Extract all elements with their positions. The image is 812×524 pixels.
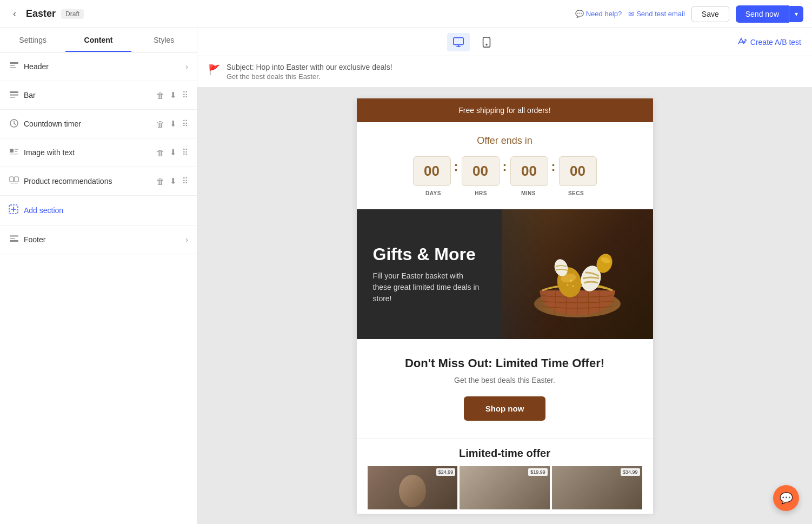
sidebar-item-footer[interactable]: Footer › bbox=[0, 225, 197, 254]
chat-bubble[interactable]: 💬 bbox=[773, 485, 799, 511]
svg-rect-3 bbox=[10, 91, 18, 93]
subject-line: Subject: Hop into Easter with our exclus… bbox=[227, 63, 392, 71]
sidebar-item-label-header: Header bbox=[24, 62, 181, 71]
email-container: Free shipping for all orders! Offer ends… bbox=[357, 98, 653, 513]
svg-rect-11 bbox=[10, 177, 14, 182]
tab-content[interactable]: Content bbox=[65, 28, 131, 52]
svg-rect-2 bbox=[10, 67, 16, 68]
product-rec-delete-icon[interactable]: 🗑 bbox=[156, 177, 164, 186]
countdown-download-icon[interactable]: ⬇ bbox=[170, 119, 177, 129]
cta-title: Don't Miss Out: Limited Time Offer! bbox=[368, 356, 642, 370]
hero-title: Gifts & More bbox=[373, 244, 481, 264]
add-section-icon bbox=[9, 204, 18, 216]
device-switcher bbox=[447, 33, 498, 51]
countdown-colon-1: : bbox=[454, 159, 458, 174]
image-text-delete-icon[interactable]: 🗑 bbox=[156, 148, 164, 157]
mobile-device-button[interactable] bbox=[475, 33, 498, 51]
hero-text-block: Gifts & More Fill your Easter basket wit… bbox=[357, 228, 497, 320]
image-text-icon bbox=[9, 146, 24, 159]
svg-point-19 bbox=[486, 44, 487, 45]
preview-toolbar: Create A/B test bbox=[197, 28, 812, 56]
bar-actions: 🗑 ⬇ ⠿ bbox=[156, 90, 188, 100]
test-email-link[interactable]: ✉ Send test email bbox=[628, 10, 685, 18]
svg-rect-8 bbox=[15, 149, 18, 150]
countdown-label-mins: MINS bbox=[510, 190, 548, 196]
top-bar-right: 💬 Need help? ✉ Send test email Save Send… bbox=[575, 5, 803, 23]
back-button[interactable]: ‹ bbox=[9, 6, 21, 22]
preheader-line: Get the best deals this Easter. bbox=[227, 72, 392, 81]
help-link[interactable]: 💬 Need help? bbox=[575, 10, 622, 18]
help-icon: 💬 bbox=[575, 10, 584, 18]
top-bar: ‹ Easter Draft 💬 Need help? ✉ Send test … bbox=[0, 0, 812, 28]
save-button[interactable]: Save bbox=[691, 6, 729, 22]
sidebar-item-label-bar: Bar bbox=[24, 91, 156, 100]
sidebar: Settings Content Styles Header › bbox=[0, 28, 197, 524]
limited-title: Limited-time offer bbox=[368, 447, 642, 460]
countdown-actions: 🗑 ⬇ ⠿ bbox=[156, 119, 188, 129]
countdown-labels: DAYS HRS MINS SECS bbox=[368, 190, 642, 196]
product-price-1: $24.99 bbox=[436, 468, 456, 476]
countdown-colon-2: : bbox=[503, 159, 507, 174]
countdown-label-secs: SECS bbox=[557, 190, 595, 196]
footer-icon bbox=[9, 233, 24, 246]
email-countdown-section: Offer ends in 00 : 00 : 00 : 00 DAYS HRS bbox=[357, 122, 653, 209]
countdown-icon bbox=[9, 117, 24, 130]
product-card-3: $34.99 bbox=[552, 466, 642, 509]
ab-test-button[interactable]: Create A/B test bbox=[737, 36, 801, 48]
svg-rect-14 bbox=[10, 235, 18, 237]
tab-styles[interactable]: Styles bbox=[131, 28, 197, 52]
send-now-dropdown-button[interactable]: ▾ bbox=[789, 6, 803, 22]
top-bar-left: ‹ Easter Draft bbox=[9, 6, 84, 22]
footer-chevron-icon: › bbox=[185, 235, 188, 244]
sidebar-item-label-product-rec: Product recommendations bbox=[24, 177, 156, 185]
countdown-days-box: 00 bbox=[413, 156, 451, 186]
countdown-boxes: 00 : 00 : 00 : 00 bbox=[368, 156, 642, 186]
main-layout: Settings Content Styles Header › bbox=[0, 28, 812, 524]
countdown-mins-box: 00 bbox=[510, 156, 548, 186]
email-free-shipping-bar: Free shipping for all orders! bbox=[357, 98, 653, 122]
svg-rect-5 bbox=[10, 97, 15, 98]
product-price-2: $19.99 bbox=[528, 468, 548, 476]
sidebar-item-countdown[interactable]: Countdown timer 🗑 ⬇ ⠿ bbox=[0, 110, 197, 138]
email-hero-section: Gifts & More Fill your Easter basket wit… bbox=[357, 209, 653, 339]
bar-download-icon[interactable]: ⬇ bbox=[170, 90, 177, 100]
tab-settings[interactable]: Settings bbox=[0, 28, 65, 52]
page-title: Easter bbox=[26, 8, 56, 19]
send-now-button[interactable]: Send now bbox=[736, 5, 789, 23]
email-limited-section: Limited-time offer $24.99 $19.99 bbox=[357, 438, 653, 514]
sidebar-item-header[interactable]: Header › bbox=[0, 52, 197, 81]
cta-subtitle: Get the best deals this Easter. bbox=[368, 376, 642, 384]
image-text-download-icon[interactable]: ⬇ bbox=[170, 148, 177, 157]
sidebar-item-label-footer: Footer bbox=[24, 235, 181, 244]
svg-rect-7 bbox=[10, 149, 14, 152]
sidebar-item-image-text[interactable]: Image with text 🗑 ⬇ ⠿ bbox=[0, 138, 197, 167]
svg-rect-17 bbox=[454, 37, 463, 44]
email-icon: ✉ bbox=[628, 10, 634, 18]
product-rec-actions: 🗑 ⬇ ⠿ bbox=[156, 176, 188, 186]
countdown-label-days: DAYS bbox=[415, 190, 452, 196]
send-now-group: Send now ▾ bbox=[736, 5, 803, 23]
sidebar-item-product-rec[interactable]: Product recommendations 🗑 ⬇ ⠿ bbox=[0, 167, 197, 196]
product-grid: $24.99 $19.99 $34.99 bbox=[368, 466, 642, 509]
svg-rect-0 bbox=[10, 62, 18, 64]
svg-rect-12 bbox=[15, 177, 18, 182]
svg-rect-16 bbox=[10, 240, 18, 242]
image-text-drag-icon[interactable]: ⠿ bbox=[182, 148, 188, 157]
sidebar-item-label-image-text: Image with text bbox=[24, 148, 156, 157]
desktop-device-button[interactable] bbox=[447, 33, 470, 51]
product-card-1: $24.99 bbox=[368, 466, 458, 509]
flag-icon: 🚩 bbox=[208, 64, 220, 76]
countdown-hrs-box: 00 bbox=[462, 156, 500, 186]
ab-test-icon bbox=[737, 36, 747, 48]
bar-delete-icon[interactable]: 🗑 bbox=[156, 91, 164, 100]
product-rec-drag-icon[interactable]: ⠿ bbox=[182, 176, 188, 186]
add-section-item[interactable]: Add section bbox=[0, 196, 197, 225]
bar-icon bbox=[9, 89, 24, 102]
countdown-drag-icon[interactable]: ⠿ bbox=[182, 119, 188, 129]
countdown-delete-icon[interactable]: 🗑 bbox=[156, 120, 164, 129]
product-rec-download-icon[interactable]: ⬇ bbox=[170, 176, 177, 186]
shop-now-button[interactable]: Shop now bbox=[464, 396, 546, 421]
preview-area: Create A/B test 🚩 Subject: Hop into East… bbox=[197, 28, 812, 524]
sidebar-item-bar[interactable]: Bar 🗑 ⬇ ⠿ bbox=[0, 81, 197, 110]
bar-drag-icon[interactable]: ⠿ bbox=[182, 90, 188, 100]
